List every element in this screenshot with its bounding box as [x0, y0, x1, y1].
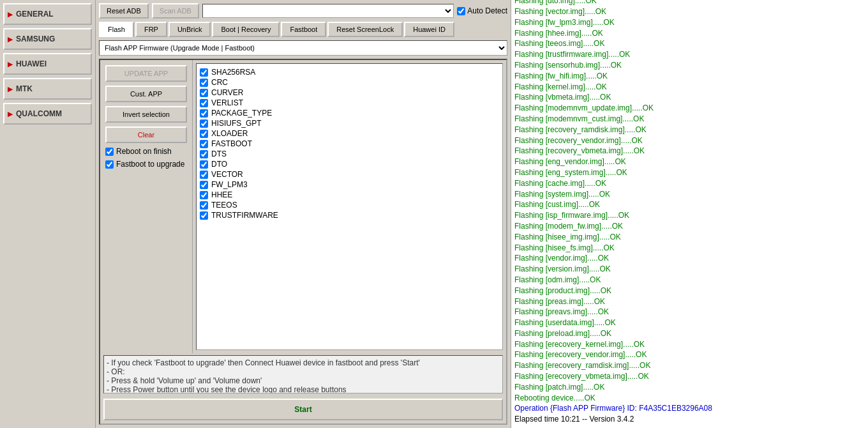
clear-button[interactable]: Clear — [105, 126, 187, 143]
flash-item-checkbox[interactable] — [200, 68, 208, 77]
flash-item-checkbox[interactable] — [200, 160, 208, 169]
start-button[interactable]: Start — [103, 399, 503, 420]
flash-controls: UPDATE APP Cust. APP Invert selection Cl… — [100, 60, 193, 353]
tab-unbrick[interactable]: UnBrick — [168, 22, 211, 37]
log-line: Flashing [fw_lpm3.img].....OK — [514, 17, 865, 28]
flash-item-checkbox[interactable] — [200, 171, 208, 179]
instruction-line: - If you check 'Fastboot to upgrade' the… — [107, 358, 500, 367]
log-line: Flashing [userdata.img].....OK — [514, 317, 865, 328]
flash-item-checkbox[interactable] — [200, 150, 208, 158]
reboot-on-finish-label: Reboot on finish — [116, 147, 172, 156]
flash-items-list[interactable]: SHA256RSACRCCURVERVERLISTPACKAGE_TYPEHIS… — [196, 63, 503, 350]
tab-fastboot[interactable]: Fastboot — [281, 22, 326, 37]
flash-item-checkbox[interactable] — [200, 79, 208, 87]
log-line: Flashing [recovery_vendor.img].....OK — [514, 135, 865, 146]
tab-boot-recovery[interactable]: Boot | Recovery — [212, 22, 280, 37]
flash-mode-select[interactable]: Flash APP Firmware (Upgrade Mode | Fastb… — [99, 40, 507, 56]
flash-item-checkbox[interactable] — [200, 89, 208, 97]
log-line: Flashing [erecovery_kernel.img].....OK — [514, 339, 865, 350]
log-panel: Flashing [hisiufs_gpt.img].....OKFlashin… — [511, 0, 868, 428]
flash-mode-row: Flash APP Firmware (Upgrade Mode | Fastb… — [99, 40, 507, 56]
auto-detect-checkbox[interactable] — [457, 7, 465, 15]
list-item: CURVER — [200, 88, 499, 98]
flash-item-checkbox[interactable] — [200, 211, 208, 220]
log-line: Flashing [eng_vendor.img].....OK — [514, 157, 865, 167]
log-line: Flashing [modemnvm_update.img].....OK — [514, 103, 865, 114]
flash-item-label: DTO — [211, 160, 227, 169]
fastboot-to-upgrade-label: Fastboot to upgrade — [116, 160, 184, 169]
log-line: Flashing [vbmeta.img].....OK — [514, 92, 865, 103]
flash-panel: UPDATE APP Cust. APP Invert selection Cl… — [99, 59, 507, 425]
sidebar-item-general[interactable]: ▶ GENERAL — [3, 3, 92, 25]
tab-huawei-id[interactable]: Huawei ID — [404, 22, 454, 37]
tab-reset-screenlock[interactable]: Reset ScreenLock — [327, 22, 403, 37]
flash-item-label: VERLIST — [211, 98, 243, 107]
auto-detect-label: Auto Detect — [467, 6, 507, 15]
log-line: Flashing [cache.img].....OK — [514, 178, 865, 189]
log-line: Flashing [cust.img].....OK — [514, 199, 865, 210]
fastboot-to-upgrade-checkbox[interactable] — [105, 160, 114, 169]
list-item: HISIUFS_GPT — [200, 118, 499, 128]
flash-item-label: VECTOR — [211, 170, 243, 179]
flash-item-label: CURVER — [211, 88, 243, 97]
list-item: VERLIST — [200, 98, 499, 108]
flash-item-label: CRC — [211, 78, 228, 87]
list-item: XLOADER — [200, 128, 499, 139]
instructions: - If you check 'Fastboot to upgrade' the… — [103, 355, 503, 394]
sidebar-item-qualcomm[interactable]: ▶ QUALCOMM — [3, 103, 92, 125]
flash-item-checkbox[interactable] — [200, 191, 208, 199]
log-line: Elapsed time 10:21 -- Version 3.4.2 — [514, 414, 865, 425]
device-select[interactable] — [202, 4, 454, 18]
update-app-button[interactable]: UPDATE APP — [105, 65, 187, 82]
flash-item-checkbox[interactable] — [200, 119, 208, 128]
log-line: Flashing [fw_hifi.img].....OK — [514, 71, 865, 82]
flash-item-label: TEEOS — [211, 201, 237, 210]
invert-selection-button[interactable]: Invert selection — [105, 106, 187, 123]
log-line: Flashing [patch.img].....OK — [514, 382, 865, 393]
flash-item-checkbox[interactable] — [200, 99, 208, 107]
scan-adb-button[interactable]: Scan ADB — [152, 3, 199, 19]
list-item: SHA256RSA — [200, 67, 499, 77]
flash-item-checkbox[interactable] — [200, 201, 208, 210]
log-line: Flashing [teeos.img].....OK — [514, 38, 865, 49]
auto-detect-row: Auto Detect — [457, 6, 507, 15]
log-line: Flashing [kernel.img].....OK — [514, 82, 865, 93]
log-line: Flashing [hisee_fs.img].....OK — [514, 243, 865, 254]
flash-item-checkbox[interactable] — [200, 181, 208, 189]
log-line: Flashing [trustfirmware.img].....OK — [514, 49, 865, 60]
sidebar-item-huawei[interactable]: ▶ HUAWEI — [3, 53, 92, 75]
log-line: Flashing [erecovery_vbmeta.img].....OK — [514, 371, 865, 382]
log-line: Flashing [vendor.img].....OK — [514, 253, 865, 264]
log-line: Flashing [hisee_img.img].....OK — [514, 232, 865, 243]
arrow-icon: ▶ — [8, 86, 13, 93]
log-line: Rebooting device.....OK — [514, 393, 865, 404]
list-item: VECTOR — [200, 169, 499, 180]
reboot-on-finish-checkbox[interactable] — [105, 148, 114, 156]
flash-item-checkbox[interactable] — [200, 130, 208, 138]
tab-frp[interactable]: FRP — [135, 22, 167, 37]
flash-item-label: HISIUFS_GPT — [211, 119, 262, 128]
reboot-on-finish-row: Reboot on finish — [105, 147, 187, 156]
sidebar-item-mtk[interactable]: ▶ MTK — [3, 78, 92, 100]
log-line: Flashing [vector.img].....OK — [514, 6, 865, 17]
flash-item-checkbox[interactable] — [200, 140, 208, 148]
log-line: Flashing [erecovery_vendor.img].....OK — [514, 349, 865, 360]
reset-adb-button[interactable]: Reset ADB — [99, 3, 149, 19]
arrow-icon: ▶ — [8, 111, 13, 118]
cust-app-button[interactable]: Cust. APP — [105, 86, 187, 102]
log-line: Flashing [modem_fw.img].....OK — [514, 221, 865, 232]
flash-item-checkbox[interactable] — [200, 109, 208, 118]
flash-item-label: XLOADER — [211, 129, 248, 138]
flash-item-label: HHEE — [211, 190, 232, 199]
list-item: TRUSTFIRMWARE — [200, 210, 499, 220]
list-item: FW_LPM3 — [200, 180, 499, 190]
list-item: HHEE — [200, 190, 499, 200]
list-item: PACKAGE_TYPE — [200, 108, 499, 118]
tab-flash[interactable]: Flash — [99, 22, 134, 37]
log-line: Flashing [recovery_vbmeta.img].....OK — [514, 146, 865, 157]
log-line: Flashing [preavs.img].....OK — [514, 307, 865, 317]
arrow-icon: ▶ — [8, 11, 13, 18]
list-item: TEEOS — [200, 200, 499, 210]
sidebar-item-samsung[interactable]: ▶ SAMSUNG — [3, 28, 92, 50]
arrow-icon: ▶ — [8, 36, 13, 43]
